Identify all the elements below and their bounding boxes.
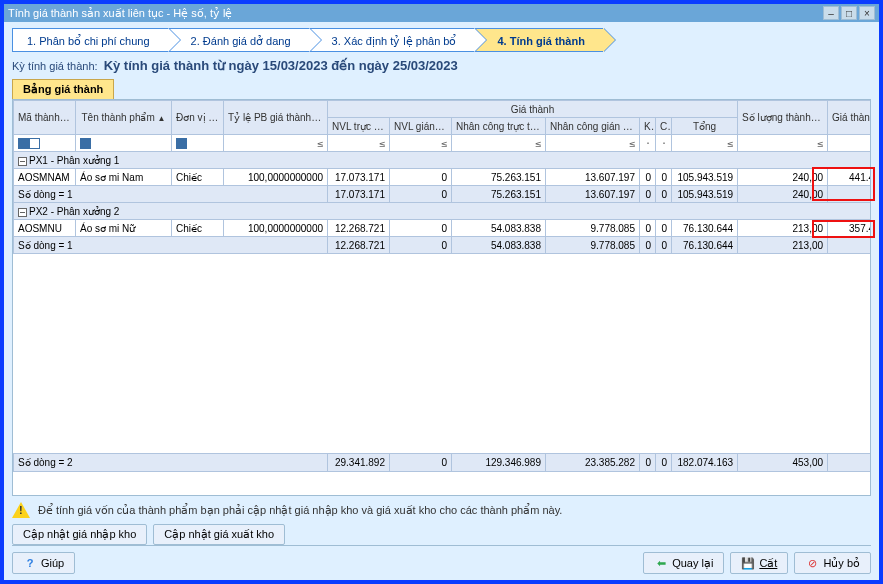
col-code[interactable]: Mã thành phẩm <box>14 101 76 135</box>
back-button[interactable]: ⬅ Quay lại <box>643 552 724 574</box>
group-px2[interactable]: –PX2 - Phân xưởng 2 <box>14 203 871 220</box>
filter-qty[interactable]: ≤ <box>738 135 828 152</box>
save-icon: 💾 <box>741 556 755 570</box>
save-button[interactable]: 💾 Cất <box>730 552 788 574</box>
col-qty[interactable]: Số lượng thành phẩm <box>738 101 828 135</box>
help-button[interactable]: ? Giúp <box>12 552 75 574</box>
filter-nctt[interactable]: ≤ <box>452 135 546 152</box>
subtotal-row: Số dòng = 1 17.073.171 0 75.263.151 13.6… <box>14 186 871 203</box>
collapse-icon[interactable]: – <box>18 157 27 166</box>
cancel-button[interactable]: ⊘ Hủy bỏ <box>794 552 871 574</box>
arrow-left-icon: ⬅ <box>654 556 668 570</box>
filter-nvlgt[interactable]: ≤ <box>390 135 452 152</box>
filter-ratio[interactable]: ≤ <box>224 135 328 152</box>
col-nvl-gt[interactable]: NVL gián tiếp <box>390 118 452 135</box>
period-label: Kỳ tính giá thành: <box>12 60 98 72</box>
wizard-steps: 1. Phân bổ chi phí chung 2. Đánh giá dở … <box>12 28 871 52</box>
titlebar: Tính giá thành sản xuất liên tục - Hệ số… <box>4 4 879 22</box>
window-title: Tính giá thành sản xuất liên tục - Hệ số… <box>8 7 821 20</box>
col-unitcost[interactable]: Giá thành đơn vị <box>828 101 870 135</box>
tab-bang-gia-thanh[interactable]: Bảng giá thành <box>12 79 114 99</box>
step-4[interactable]: 4. Tính giá thành <box>474 28 602 52</box>
filter-nvltt[interactable]: ≤ <box>328 135 390 152</box>
col-tong[interactable]: Tổng <box>672 118 738 135</box>
group-px1[interactable]: –PX1 - Phân xưởng 1 <box>14 152 871 169</box>
warning-icon <box>12 502 30 518</box>
step-3[interactable]: 3. Xác định tỷ lệ phân bổ <box>309 28 475 52</box>
filter-kh[interactable]: · <box>640 135 656 152</box>
filter-cc[interactable]: · <box>656 135 672 152</box>
cancel-icon: ⊘ <box>805 556 819 570</box>
update-import-price-button[interactable]: Cập nhật giá nhập kho <box>12 524 147 545</box>
col-name[interactable]: Tên thành phẩm ▲ <box>76 101 172 135</box>
table-row[interactable]: AOSMNU Áo sơ mi Nữ Chiếc 100,0000000000 … <box>14 220 871 237</box>
filter-unit[interactable] <box>172 135 224 152</box>
filter-ncgt[interactable]: ≤ <box>546 135 640 152</box>
col-nc-gt[interactable]: Nhân công gián tiếp <box>546 118 640 135</box>
col-kh[interactable]: Kh <box>640 118 656 135</box>
table-row[interactable]: AOSMNAM Áo sơ mi Nam Chiếc 100,000000000… <box>14 169 871 186</box>
close-button[interactable]: × <box>859 6 875 20</box>
col-nc-tt[interactable]: Nhân công trực tiếp <box>452 118 546 135</box>
cost-grid: Mã thành phẩm Tên thành phẩm ▲ Đơn vị tí… <box>13 100 870 472</box>
filter-code[interactable] <box>14 135 76 152</box>
help-icon: ? <box>23 556 37 570</box>
step-1[interactable]: 1. Phân bổ chi phí chung <box>12 28 168 52</box>
update-export-price-button[interactable]: Cập nhật giá xuất kho <box>153 524 285 545</box>
col-unit[interactable]: Đơn vị tính <box>172 101 224 135</box>
col-nvl-tt[interactable]: NVL trực tiếp <box>328 118 390 135</box>
col-giathanh: Giá thành <box>328 101 738 118</box>
filter-name[interactable] <box>76 135 172 152</box>
col-ratio[interactable]: Tỷ lệ PB giá thành (%) <box>224 101 328 135</box>
col-cc[interactable]: CC <box>656 118 672 135</box>
filter-unitcost[interactable]: ≤ <box>828 135 870 152</box>
notice-text: Để tính giá vốn của thành phẩm bạn phải … <box>38 504 562 517</box>
period-value: Kỳ tính giá thành từ ngày 15/03/2023 đến… <box>104 58 458 73</box>
step-2[interactable]: 2. Đánh giá dở dang <box>168 28 309 52</box>
grand-total-row: Số dòng = 2 29.341.892 0 129.346.989 23.… <box>14 454 871 472</box>
filter-tong[interactable]: ≤ <box>672 135 738 152</box>
collapse-icon[interactable]: – <box>18 208 27 217</box>
subtotal-row: Số dòng = 1 12.268.721 0 54.083.838 9.77… <box>14 237 871 254</box>
maximize-button[interactable]: □ <box>841 6 857 20</box>
minimize-button[interactable]: – <box>823 6 839 20</box>
